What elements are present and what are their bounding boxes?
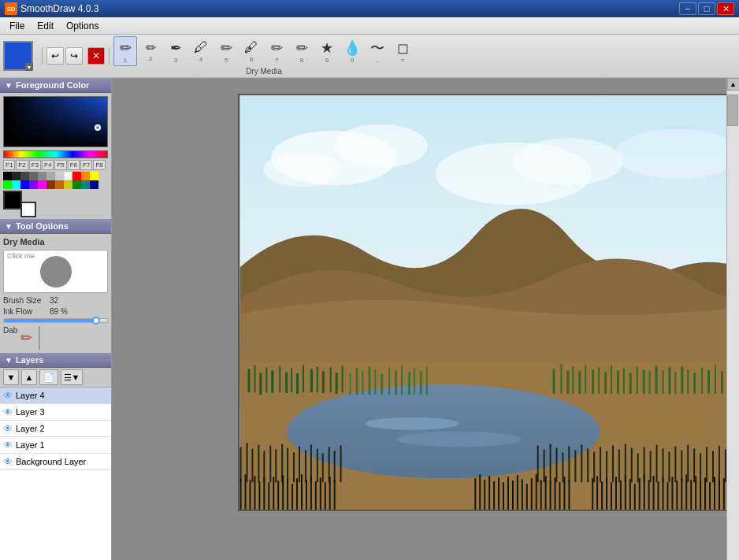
redo-button[interactable]: ↪ [65,47,83,65]
layer-bg-visibility-icon[interactable]: 👁 [3,456,13,467]
tool-brush-4[interactable]: 🖊 4 [189,36,213,66]
layer-item-2[interactable]: 👁 Layer 2 [0,421,111,437]
layer-new-button[interactable]: 📄 [39,369,58,385]
layer-4-visibility-icon[interactable]: 👁 [3,390,13,401]
clear-button[interactable]: ✕ [87,47,105,65]
swatch-blue[interactable] [20,180,29,189]
swatch-gray1[interactable] [29,172,38,180]
foreground-color-header[interactable]: ▼ Foreground Color [0,78,111,93]
tool-pencil-1[interactable]: ✏ 1 [113,36,137,66]
swatch-darkorange[interactable] [55,180,64,189]
tool-eraser[interactable]: ◻ = [391,36,414,66]
swatch-orange[interactable] [81,172,90,180]
color-picker-area[interactable] [3,96,108,147]
close-button[interactable]: ✕ [717,2,734,15]
f1-key[interactable]: F1 [3,160,15,170]
svg-rect-161 [512,480,514,510]
swatch-white[interactable] [64,172,72,180]
brush-7-icon: ✏ [271,39,283,57]
swatch-lightgray1[interactable] [46,172,55,180]
swatch-darkgray2[interactable] [20,172,29,180]
layer-up-button[interactable]: ▲ [21,369,37,385]
layers-header[interactable]: ▼ Layers [0,353,111,368]
color-gradient [4,97,107,146]
layer-menu-button[interactable]: ☰▼ [61,369,83,385]
svg-rect-92 [334,451,336,483]
tool-brush-7[interactable]: ✏ 7 [265,36,288,66]
f8-key[interactable]: F8 [93,160,105,170]
scroll-track-vertical[interactable] [727,91,739,560]
scroll-thumb-vertical[interactable] [727,95,738,126]
foreground-color-box[interactable] [3,191,22,210]
layer-item-1[interactable]: 👁 Layer 1 [0,437,111,454]
ink-flow-slider[interactable] [3,318,108,323]
swatch-green[interactable] [3,180,12,189]
color-preview[interactable]: ▼ [3,41,33,71]
svg-rect-190 [667,482,668,510]
layer-item-4[interactable]: 👁 Layer 4 [0,388,111,404]
tool-num-5: 5 [225,57,228,64]
canvas-area[interactable] [112,78,726,560]
painting-canvas[interactable] [238,94,726,511]
color-picker-dot[interactable] [95,124,101,131]
menu-options[interactable]: Options [60,19,105,33]
layer-2-visibility-icon[interactable]: 👁 [3,423,13,434]
f5-key[interactable]: F5 [54,160,66,170]
svg-rect-122 [712,451,714,483]
scroll-up-button[interactable]: ▲ [727,78,740,91]
brush-preview-area[interactable]: Click me [3,250,108,293]
f7-key[interactable]: F7 [80,160,92,170]
tool-brush-3[interactable]: ✒ 3 [164,36,188,66]
layer-3-visibility-icon[interactable]: 👁 [3,406,13,417]
swatch-violet[interactable] [29,180,38,189]
svg-rect-19 [285,372,288,393]
svg-rect-188 [658,481,659,510]
f2-key[interactable]: F2 [16,160,28,170]
minimize-button[interactable]: − [679,2,696,15]
svg-rect-41 [426,366,428,395]
tool-brush-5[interactable]: ✏ 5 [214,36,238,66]
swatch-magenta[interactable] [38,180,46,189]
swatch-darkgray1[interactable] [12,172,20,180]
menu-edit[interactable]: Edit [31,19,60,33]
layer-down-button[interactable]: ▼ [3,369,19,385]
layer-item-background[interactable]: 👁 Background Layer [0,454,111,470]
swatch-cyan[interactable] [12,180,20,189]
hue-bar[interactable] [3,150,108,158]
swatch-black[interactable] [3,172,12,180]
layer-item-3[interactable]: 👁 Layer 3 [0,404,111,421]
f3-key[interactable]: F3 [29,160,41,170]
background-color-box[interactable] [20,202,36,217]
maximize-button[interactable]: □ [698,2,715,15]
tool-star[interactable]: ★ 9 [315,36,339,66]
f4-key[interactable]: F4 [42,160,54,170]
svg-rect-38 [408,372,410,395]
tool-smear[interactable]: 〜 - [366,36,389,66]
painting-svg [240,95,726,510]
tool-options-header[interactable]: ▼ Tool Options [0,219,111,234]
swatch-darkgreen[interactable] [72,180,81,189]
tool-pencil-2[interactable]: ✏ 2 [139,36,162,66]
svg-rect-198 [704,477,706,510]
ink-flow-slider-thumb[interactable] [92,317,100,325]
tool-brush-8[interactable]: ✏ 8 [290,36,314,66]
swatch-lightgray2[interactable] [55,172,64,180]
svg-rect-77 [247,443,248,483]
f6-key[interactable]: F6 [68,160,80,170]
layer-1-visibility-icon[interactable]: 👁 [3,439,13,451]
tool-num-2: 2 [149,55,152,62]
tool-brush-6[interactable]: 🖋 6 [240,36,263,66]
undo-button[interactable]: ↩ [46,47,64,65]
swatch-yellow[interactable] [90,172,98,180]
svg-rect-46 [578,371,581,394]
swatch-red[interactable] [72,172,81,180]
swatch-gray2[interactable] [38,172,46,180]
svg-rect-109 [631,448,633,483]
tool-water[interactable]: 💧 0 [340,36,364,66]
swatch-teal[interactable] [81,180,90,189]
swatch-brown[interactable] [46,180,55,189]
swatch-navy[interactable] [90,180,98,189]
swatch-olive[interactable] [64,180,72,189]
svg-rect-85 [293,453,295,483]
menu-file[interactable]: File [3,19,31,33]
